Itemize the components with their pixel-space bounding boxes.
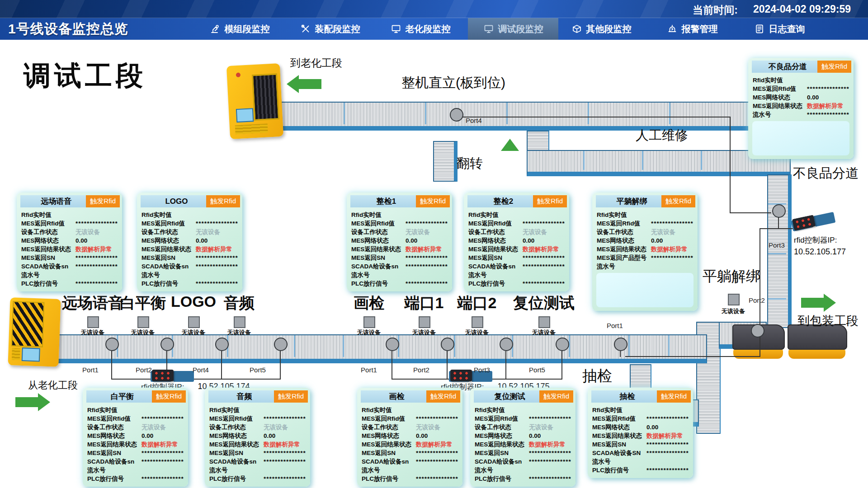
clock-value: 2024-04-02 09:29:59 [753,3,851,17]
panel-field-row: MES返回结果状态数据解析异常 [87,440,184,449]
panel-fields: Rfid实时值MES返回Rfid值***************设备工作状态无该… [347,207,452,288]
field-label: Rfid实时值 [362,406,416,414]
nav-item-3[interactable]: 调试段监控 [468,18,558,40]
trigger-rfid-button[interactable]: 触发Rfid [539,390,573,403]
panel-抽检: 抽检触发RfidRfid实时值MES返回Rfid值***************… [588,388,693,478]
field-label: Rfid实时值 [142,211,196,219]
device-slot-square [538,316,550,328]
field-label: SCADA给设备sn [21,263,75,271]
field-value: 数据解析异常 [529,441,566,449]
field-label: MES返回结果状态 [475,441,529,449]
field-value: *************** [529,458,571,465]
top-bar: 1号线设备监控总览 当前时间: 2024-04-02 09:29:59 模组段监… [0,0,868,40]
field-value: *************** [807,111,849,118]
nav-item-label: 调试段监控 [498,23,543,35]
field-label: MES返回Rfid值 [21,220,75,228]
field-value: 0.00 [196,237,208,244]
panel-field-row: MES网络状态0.00 [87,432,184,440]
field-label: 流水号 [597,263,651,271]
nav-item-0[interactable]: 模组段监控 [199,18,280,40]
panel-field-row: 流水号 [362,466,458,474]
field-label: 流水号 [209,466,264,474]
panel-header: 抽检触发Rfid [591,390,689,403]
trigger-rfid-button[interactable]: 触发Rfid [206,195,240,207]
device-slot-square [87,316,99,328]
field-label: Rfid实时值 [592,406,646,414]
panel-field-row: 设备工作状态无该设备 [362,423,458,432]
field-value: 0.00 [807,94,819,101]
label-no-device-right: 无该设备 [722,307,745,315]
field-value: *************** [196,280,238,287]
belt-divider [701,151,702,170]
panel-field-row: MES网络状态0.00 [142,236,238,245]
belt-divider [768,253,786,254]
nav-item-label: 日志查询 [769,23,805,35]
panel-field-row: MES返回Rfid值*************** [142,219,238,228]
panel-不良品分道: 不良品分道触发RfidRfid实时值MES返回Rfid值************… [748,58,854,159]
field-value: 无该设备 [406,228,430,236]
panel-field-row: Rfid实时值 [753,76,849,84]
belt-divider [628,335,630,357]
nav-item-5[interactable]: 报警管理 [656,18,728,40]
nav-item-1[interactable]: 装配段监控 [289,18,371,40]
monitor-icon [391,23,401,34]
panel-header: 音频触发Rfid [208,390,307,403]
field-value: 无该设备 [142,423,166,432]
field-value: 数据解析异常 [75,245,112,253]
field-label: MES返回结果状态 [87,441,142,449]
field-label: PLC放行信号 [468,280,523,288]
rfid-sensor-circle [450,108,463,122]
panel-field-row: 流水号 [468,271,565,279]
nav-item-6[interactable]: 日志查询 [744,18,815,40]
trigger-rfid-button[interactable]: 触发Rfid [86,195,120,207]
trigger-rfid-button[interactable]: 触发Rfid [274,390,308,403]
field-value: 无该设备 [523,228,547,236]
panel-field-row: 流水号 [351,271,448,279]
panel-field-row: Rfid实时值 [142,211,238,219]
field-label: MES返回Rfid值 [597,220,651,228]
belt-divider [343,335,344,357]
panel-field-row: MES返回Rfid值*************** [468,219,565,228]
trigger-rfid-button[interactable]: 触发Rfid [533,195,567,207]
field-label: PLC放行信号 [351,280,406,288]
field-value: *************** [75,263,118,270]
rfid-sensor-circle [500,338,513,351]
panel-field-row: MES返回SN*************** [87,449,184,457]
field-label: MES返回Rfid值 [592,415,646,423]
panel-title: 画检 [389,391,431,402]
panel-fields: Rfid实时值MES返回Rfid值***************设备工作状态无该… [470,403,576,483]
panel-field-row: MES返回结果状态数据解析异常 [468,245,565,253]
panel-field-row: PLC放行信号*************** [475,474,571,483]
field-value: *************** [523,280,565,287]
panel-field-row: MES返回SN*************** [142,253,238,262]
rfid-controller-ip-3: rfid控制器IP: 10.52.105.177 [794,235,846,257]
panel-field-row: MES返回结果状态数据解析异常 [475,440,571,449]
field-label: 设备工作状态 [362,423,416,432]
field-value: 数据解析异常 [646,432,683,440]
connector-line [760,228,797,229]
panel-field-row: Rfid实时值 [468,211,565,219]
trigger-rfid-button[interactable]: 触发Rfid [152,390,186,403]
belt-divider [344,103,345,124]
conveyor-top-belt [275,102,791,131]
arrow-to-aging-icon [287,75,321,93]
field-value: *************** [264,475,306,482]
trigger-rfid-button[interactable]: 触发Rfid [661,195,695,207]
field-label: MES网络状态 [475,432,529,440]
field-label: Rfid实时值 [87,406,142,414]
trigger-rfid-button[interactable]: 触发Rfid [817,61,851,73]
field-value: 无该设备 [416,423,440,432]
trigger-rfid-button[interactable]: 触发Rfid [416,195,450,207]
trigger-rfid-button[interactable]: 触发Rfid [657,390,691,403]
trigger-rfid-button[interactable]: 触发Rfid [426,390,460,403]
field-value: 0.00 [142,432,153,439]
label-board-upright: 整机直立(板到位) [401,74,505,92]
nav-item-2[interactable]: 老化段监控 [380,18,461,40]
panel-field-row: MES返回结果状态数据解析异常 [21,245,118,253]
nav-item-4[interactable]: 其他段监控 [561,18,642,40]
panel-field-row: MES返回Rfid值*************** [592,414,689,423]
panel-field-row: MES返回结果状态数据解析异常 [209,440,306,449]
arrow-up-icon [501,131,519,139]
panel-header: 平躺解绑触发Rfid [596,195,694,207]
panel-field-row: SCADA给设备sn*************** [87,457,184,466]
